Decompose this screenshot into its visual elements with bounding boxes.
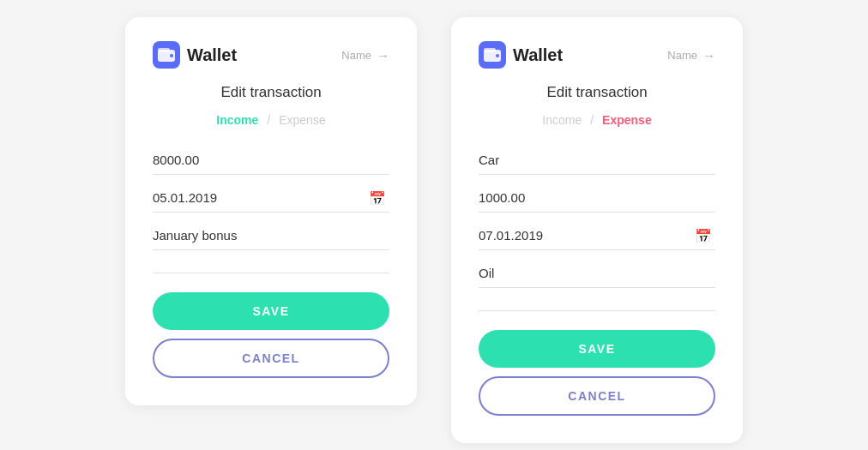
note-field-2[interactable] [479, 259, 715, 288]
app-title-1: Wallet [187, 45, 237, 65]
note-field-1[interactable] [153, 221, 389, 250]
logout-icon-2[interactable]: → [702, 48, 715, 63]
svg-point-3 [170, 54, 173, 57]
amount-field-1[interactable] [153, 146, 389, 175]
date-field-wrapper-2: 📅 [479, 221, 715, 250]
page-wrapper: Wallet Name → Edit transaction Income / … [0, 0, 868, 450]
cancel-button-1[interactable]: CANCEL [153, 339, 389, 378]
edit-title-2: Edit transaction [479, 84, 715, 101]
name-label-1: Name [341, 49, 371, 62]
spacer-2 [479, 310, 715, 311]
tab-sep-1: / [267, 113, 270, 127]
card-header-1: Wallet Name → [153, 41, 389, 69]
spacer-1 [153, 273, 389, 273]
app-title-2: Wallet [513, 45, 563, 65]
save-button-1[interactable]: SAVE [153, 292, 389, 330]
tab-income-1[interactable]: Income [216, 113, 258, 127]
tab-income-2[interactable]: Income [542, 113, 582, 127]
tab-expense-2[interactable]: Expense [602, 113, 652, 127]
card-expense: Wallet Name → Edit transaction Income / … [451, 17, 743, 443]
calendar-icon-2[interactable]: 📅 [695, 228, 712, 244]
category-field-2[interactable] [479, 146, 715, 175]
wallet-icon-1 [153, 41, 180, 69]
card-income: Wallet Name → Edit transaction Income / … [125, 17, 417, 405]
calendar-icon-1[interactable]: 📅 [369, 190, 386, 207]
tabs-1: Income / Expense [153, 113, 389, 127]
wallet-icon-2 [479, 41, 506, 69]
amount-field-2[interactable] [479, 183, 715, 213]
header-left-1: Wallet [153, 41, 237, 69]
tab-expense-1[interactable]: Expense [279, 113, 325, 127]
header-right-1[interactable]: Name → [341, 48, 389, 63]
card-header-2: Wallet Name → [479, 41, 715, 69]
edit-title-1: Edit transaction [153, 84, 389, 101]
save-button-2[interactable]: SAVE [479, 330, 715, 368]
date-input-2[interactable] [479, 221, 715, 250]
svg-rect-2 [158, 48, 170, 52]
tab-sep-2: / [590, 113, 594, 127]
svg-rect-6 [484, 48, 496, 52]
date-input-1[interactable] [153, 183, 389, 213]
date-field-wrapper-1: 📅 [153, 183, 389, 213]
header-right-2[interactable]: Name → [667, 48, 715, 63]
header-left-2: Wallet [479, 41, 563, 69]
cancel-button-2[interactable]: CANCEL [479, 376, 715, 416]
svg-point-7 [496, 54, 499, 57]
tabs-2: Income / Expense [479, 113, 715, 127]
logout-icon-1[interactable]: → [377, 48, 389, 63]
name-label-2: Name [667, 49, 697, 62]
